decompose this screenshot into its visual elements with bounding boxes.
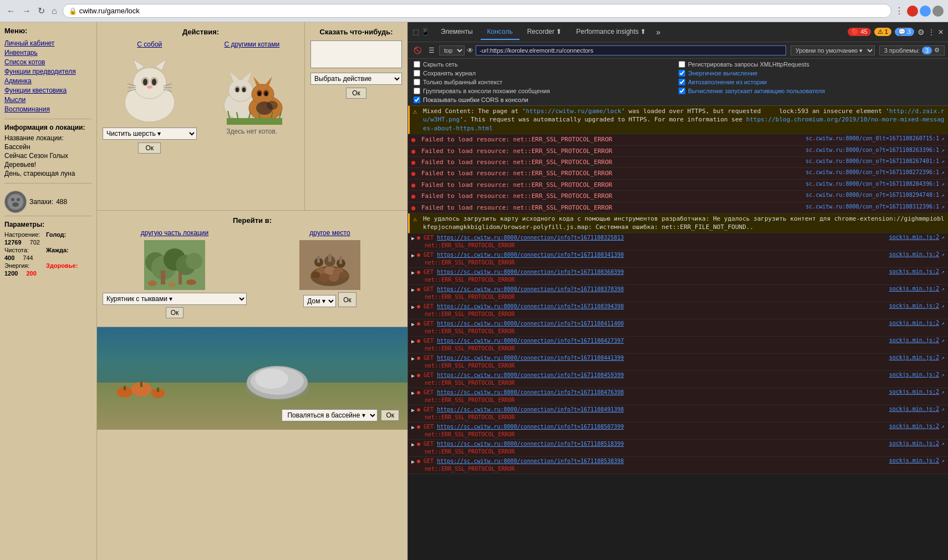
get-link-2[interactable]: https://sc.cwitw.ru:8000/connection/info…	[437, 252, 624, 258]
get-source-btn-5[interactable]: ↗	[941, 303, 945, 309]
level-dropdown[interactable]: Уровни по умолчанию ▾	[791, 45, 875, 55]
get-source-btn-7[interactable]: ↗	[941, 337, 945, 343]
scene-action-dropdown[interactable]: Поваляться в бассейне ▾	[282, 409, 378, 421]
get-arrow-2[interactable]: ▶	[411, 252, 415, 258]
get-link-4[interactable]: https://sc.cwitw.ru:8000/connection/info…	[437, 286, 624, 292]
local-nav-ok-button[interactable]: Ок	[166, 307, 184, 318]
inspect-icon[interactable]: ⬚	[412, 28, 419, 36]
hide-network-setting[interactable]: Скрыть сеть	[414, 61, 677, 68]
get-arrow-11[interactable]: ▶	[411, 407, 415, 413]
get-arrow-6[interactable]: ▶	[411, 321, 415, 327]
ssl-source-icon-4[interactable]: ↗	[941, 169, 945, 175]
ssl-source-4[interactable]: sc.cwitw.ru:8000/con_o?t=1671108272396:1	[806, 169, 939, 175]
menu-item-admin[interactable]: Админка	[4, 77, 92, 85]
address-bar[interactable]: 🔒 cwitw.ru/game/lock	[63, 4, 891, 18]
eager-eval-checkbox[interactable]	[679, 70, 685, 77]
menu-item-leader[interactable]: Функции предводителя	[4, 68, 92, 75]
mixed-link1[interactable]: https://cwitw.ru/game/lock	[526, 108, 621, 115]
settings-icon[interactable]: ⚙	[918, 28, 925, 37]
nav-place-label[interactable]: другое место	[309, 229, 350, 237]
group-similar-setting[interactable]: Группировать в консоли похожие сообщения	[414, 88, 677, 94]
devtools-more-icon[interactable]: ⋮	[928, 28, 935, 36]
menu-item-thoughts[interactable]: Мысли	[4, 96, 92, 104]
get-arrow-8[interactable]: ▶	[411, 355, 415, 362]
get-source-3[interactable]: sockjs.min.js:2	[889, 268, 939, 274]
get-arrow-4[interactable]: ▶	[411, 287, 415, 293]
get-source-12[interactable]: sockjs.min.js:2	[889, 423, 939, 429]
menu-item-inventory[interactable]: Инвентарь	[4, 49, 92, 57]
get-arrow-7[interactable]: ▶	[411, 338, 415, 344]
get-source-5[interactable]: sockjs.min.js:2	[889, 303, 939, 309]
say-input[interactable]	[310, 40, 402, 68]
more-tabs-icon[interactable]: »	[656, 28, 660, 37]
eval-trigger-checkbox[interactable]	[679, 88, 685, 94]
say-action-dropdown[interactable]: Выбрать действие	[310, 73, 402, 85]
devtools-close-icon[interactable]: ✕	[938, 28, 944, 36]
get-source-btn-12[interactable]: ↗	[941, 423, 945, 429]
show-cors-setting[interactable]: Показывать ошибки CORS в консоли	[414, 96, 677, 103]
get-arrow-13[interactable]: ▶	[411, 441, 415, 447]
extensions-button[interactable]: ⋮	[895, 6, 904, 16]
ssl-source-icon-1[interactable]: ↗	[941, 135, 945, 141]
get-arrow-14[interactable]: ▶	[411, 459, 415, 465]
get-source-btn-1[interactable]: ↗	[941, 234, 945, 240]
ssl-source-icon-5[interactable]: ↗	[941, 181, 945, 187]
get-source-btn-6[interactable]: ↗	[941, 320, 945, 326]
ssl-source-7[interactable]: sc.cwitw.ru:8000/con_o?t=1671108312396:1	[806, 203, 939, 210]
ssl-source-1[interactable]: sc.cwitw.ru:8000/con_0lt=1671108260715:1	[806, 135, 939, 141]
console-content[interactable]: ⚠ Mixed Content: The page at 'https://cw…	[408, 106, 948, 560]
get-source-btn-8[interactable]: ↗	[941, 354, 945, 360]
scene-ok-button[interactable]: Ок	[381, 410, 399, 421]
get-link-9[interactable]: https://sc.cwitw.ru:8000/connection/info…	[437, 372, 624, 378]
autocomplete-checkbox[interactable]	[679, 79, 685, 85]
refresh-button[interactable]: ↻	[35, 4, 47, 17]
get-link-10[interactable]: https://sc.cwitw.ru:8000/connection/info…	[437, 389, 624, 395]
get-link-8[interactable]: https://sc.cwitw.ru:8000/connection/info…	[437, 355, 624, 361]
clear-console-button[interactable]: 🚫	[411, 45, 424, 55]
register-xhr-checkbox[interactable]	[679, 61, 685, 68]
groom-dropdown[interactable]: Чистить шерсть ▾	[103, 128, 197, 140]
hide-network-checkbox[interactable]	[414, 61, 420, 68]
nav-local-label[interactable]: другую часть локации	[141, 229, 209, 237]
get-source-7[interactable]: sockjs.min.js:2	[889, 337, 939, 343]
eye-button[interactable]: 👁	[467, 47, 473, 54]
get-source-4[interactable]: sockjs.min.js:2	[889, 286, 939, 292]
tab-recorder[interactable]: Recorder ⬆	[521, 24, 569, 40]
get-source-8[interactable]: sockjs.min.js:2	[889, 354, 939, 360]
get-arrow-9[interactable]: ▶	[411, 373, 415, 379]
menu-item-quest[interactable]: Функции квестовика	[4, 86, 92, 94]
autocomplete-setting[interactable]: Автозаполнение из истории	[679, 79, 942, 85]
show-cors-checkbox[interactable]	[414, 96, 420, 103]
get-source-btn-2[interactable]: ↗	[941, 251, 945, 257]
menu-item-memories[interactable]: Воспоминания	[4, 105, 92, 113]
eval-trigger-setting[interactable]: Вычисление запускает активацию пользоват…	[679, 88, 942, 94]
get-link-11[interactable]: https://sc.cwitw.ru:8000/connection/info…	[437, 406, 624, 413]
tab-console[interactable]: Консоль	[481, 24, 519, 40]
get-source-13[interactable]: sockjs.min.js:2	[889, 440, 939, 446]
selected-context-setting[interactable]: Только выбранный контекст	[414, 79, 677, 85]
get-source-btn-11[interactable]: ↗	[941, 406, 945, 412]
ssl-source-6[interactable]: sc.cwitw.ru:8000/con_o?t=1671108294748:1	[806, 192, 939, 198]
ssl-source-icon-2[interactable]: ↗	[941, 147, 945, 153]
with-self-label[interactable]: С собой	[137, 40, 162, 48]
filter-toggle-button[interactable]: ☰	[426, 45, 437, 55]
get-source-11[interactable]: sockjs.min.js:2	[889, 406, 939, 412]
get-arrow-10[interactable]: ▶	[411, 390, 415, 396]
ssl-source-5[interactable]: sc.cwitw.ru:8000/con_o?t=1671108284396:1	[806, 181, 939, 187]
tab-elements[interactable]: Элементы	[434, 24, 480, 40]
selected-context-checkbox[interactable]	[414, 79, 420, 85]
get-source-btn-9[interactable]: ↗	[941, 371, 945, 378]
mixed-link3[interactable]: https://blog.chromium.org/2019/10/no-mor…	[423, 116, 944, 131]
place-nav-ok-button[interactable]: Ок	[338, 292, 356, 307]
get-link-1[interactable]: https://sc.cwitw.ru:8000/connection/info…	[437, 235, 624, 241]
tab-performance[interactable]: Performance insights ⬆	[569, 24, 653, 40]
get-source-9[interactable]: sockjs.min.js:2	[889, 371, 939, 378]
get-source-1[interactable]: sockjs.min.js:2	[889, 234, 939, 240]
group-similar-checkbox[interactable]	[414, 88, 420, 94]
get-source-btn-3[interactable]: ↗	[941, 268, 945, 274]
get-source-10[interactable]: sockjs.min.js:2	[889, 389, 939, 395]
url-filter-input[interactable]	[476, 45, 786, 55]
groom-ok-button[interactable]: Ок	[138, 142, 161, 154]
preserve-log-setting[interactable]: Сохранять журнал	[414, 70, 677, 77]
get-source-btn-13[interactable]: ↗	[941, 440, 945, 446]
